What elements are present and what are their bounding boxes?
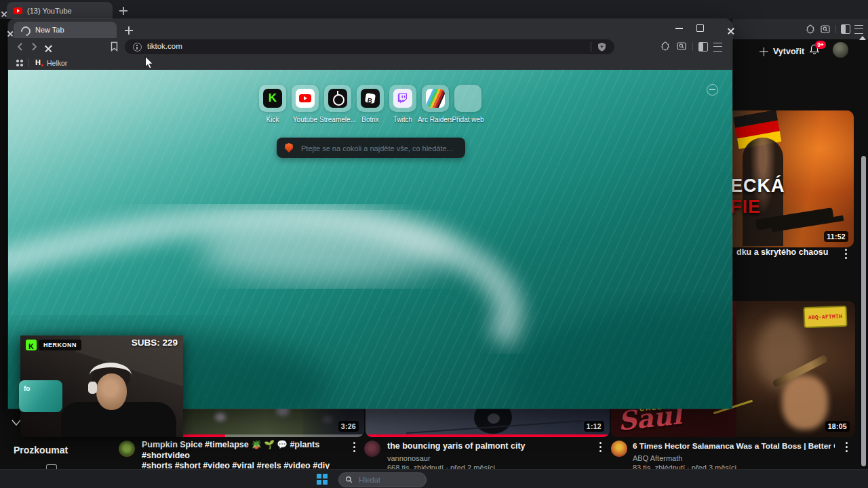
avatar[interactable] (833, 42, 848, 58)
forward-icon[interactable] (29, 42, 39, 52)
video-duration: 3:26 (338, 421, 359, 432)
video-menu-icon[interactable] (599, 442, 601, 444)
channel-name[interactable]: vannonosaur (387, 453, 591, 463)
start-button[interactable] (317, 474, 328, 485)
kick-logo-glyph: K (28, 342, 34, 350)
mouse-cursor (144, 56, 155, 70)
hand-graphic (782, 375, 828, 430)
bookmark-icon[interactable] (110, 41, 119, 52)
urlbar-divider (591, 42, 591, 52)
menu-icon[interactable] (713, 43, 722, 52)
thumb-text: FIE (730, 197, 761, 218)
background-tab-strip: (13) YouTube (0, 0, 868, 19)
shortcut-botrix[interactable]: B (357, 85, 384, 112)
tab-new-tab[interactable]: New Tab (14, 22, 117, 38)
plus-icon (760, 47, 768, 56)
sidebar-toggle-icon[interactable] (698, 42, 708, 52)
youtube-favicon (14, 7, 22, 14)
taskbar-search-box[interactable] (338, 472, 427, 487)
fragment-text: fo (24, 385, 30, 392)
shortcut-twitch[interactable] (389, 85, 416, 112)
create-button[interactable]: Vytvořit (758, 44, 803, 59)
notification-badge: 9+ (815, 41, 826, 49)
watch-progress-bar (366, 434, 610, 437)
tab-close-icon[interactable] (1, 11, 7, 17)
shortcut-streamelements[interactable] (324, 85, 351, 112)
tab-title: (13) YouTube (27, 7, 72, 15)
search-icon (345, 476, 353, 483)
bookmark-favicon: H (35, 58, 41, 66)
back-icon[interactable] (16, 42, 25, 52)
toolbar-divider (835, 25, 836, 33)
tab-youtube[interactable]: (13) YouTube (7, 2, 113, 19)
streamelements-icon (328, 89, 347, 108)
youtube-icon (296, 89, 315, 108)
video-title[interactable]: the bouncing yaris of palmont city vanno… (387, 441, 591, 472)
video-title-partial[interactable]: dku a skrytého chaosu (736, 247, 842, 258)
channel-badge-text: HERKONN (43, 342, 77, 348)
botrix-icon: B (361, 89, 380, 108)
front-tab-bar: New Tab (8, 19, 732, 38)
shortcut-label: Přidat web (446, 116, 490, 123)
arc-raiders-icon (426, 89, 445, 108)
brave-logo-icon (285, 143, 293, 152)
rewards-icon[interactable] (660, 41, 670, 51)
customize-page-icon[interactable] (707, 84, 718, 96)
brave-shields-icon[interactable] (597, 42, 606, 52)
channel-avatar[interactable] (611, 441, 627, 457)
search-window-icon[interactable] (821, 24, 830, 34)
apps-grid-icon[interactable] (16, 60, 19, 62)
subs-counter: SUBS: 229 (132, 338, 178, 348)
new-tab-button[interactable] (119, 7, 127, 15)
tab-title: New Tab (35, 26, 64, 34)
front-nav-bar: tiktok.com (8, 38, 732, 56)
shortcut-add-site[interactable] (454, 85, 481, 112)
bookmark-favicon-dot (41, 64, 43, 66)
taskbar-search-input[interactable] (357, 473, 422, 487)
background-toolbar-fragment (732, 19, 868, 39)
partial-thumbnail-fragment: fo (19, 380, 62, 412)
kick-icon: K (263, 89, 282, 108)
shortcut-kick[interactable]: K (259, 85, 286, 112)
youtube-masthead-fragment: Vytvořit 9+ (732, 39, 868, 68)
channel-name[interactable]: ABQ Aftermath (633, 453, 835, 463)
maximize-button[interactable] (696, 24, 704, 32)
site-info-icon[interactable] (133, 43, 142, 52)
stop-loading-icon[interactable] (45, 45, 52, 52)
sidebar-section-explore[interactable]: Prozkoumat (14, 445, 68, 455)
rewards-icon[interactable] (806, 24, 815, 34)
search-window-icon[interactable] (677, 41, 686, 51)
video-duration: 1:12 (584, 421, 604, 432)
channel-avatar[interactable] (119, 441, 135, 457)
sidebar-toggle-icon[interactable] (841, 24, 850, 34)
headphone-earcup (88, 382, 97, 394)
bookmark-label: Helkor (47, 59, 67, 67)
menu-icon[interactable] (854, 25, 863, 34)
new-tab-button[interactable] (125, 26, 133, 35)
video-menu-icon[interactable] (353, 442, 355, 444)
ntp-search-bar[interactable] (277, 138, 465, 158)
video-duration: 11:52 (824, 231, 848, 242)
video-menu-icon[interactable] (845, 249, 847, 251)
url-text[interactable]: tiktok.com (147, 42, 182, 50)
taskbar: 21:23 24.03.2026 (0, 469, 868, 488)
address-bar[interactable]: tiktok.com (125, 39, 614, 54)
bookmarks-divider (28, 58, 29, 67)
video-menu-icon[interactable] (846, 442, 848, 444)
tab-close-icon[interactable] (7, 30, 14, 37)
bookmarks-bar: H Helkor (8, 56, 732, 70)
ntp-search-input[interactable] (300, 138, 461, 159)
shortcut-youtube[interactable] (292, 85, 319, 112)
screen: (13) YouTube Vytvořit 9+ (0, 0, 868, 488)
minimize-button[interactable] (675, 28, 683, 29)
scroll-up-arrow[interactable] (859, 36, 866, 40)
close-button[interactable] (728, 27, 734, 34)
video-title[interactable]: 6 Times Hector Salamanca Was a Total Bos… (633, 441, 835, 472)
scrollbar[interactable] (861, 156, 866, 466)
channel-avatar[interactable] (364, 441, 380, 457)
thumb-text: ECKÁ (730, 176, 785, 197)
watch-progress-track (366, 434, 610, 437)
shortcut-arc-raiders[interactable] (422, 85, 449, 112)
twitch-icon (393, 89, 412, 108)
video-duration: 18:05 (825, 421, 850, 432)
